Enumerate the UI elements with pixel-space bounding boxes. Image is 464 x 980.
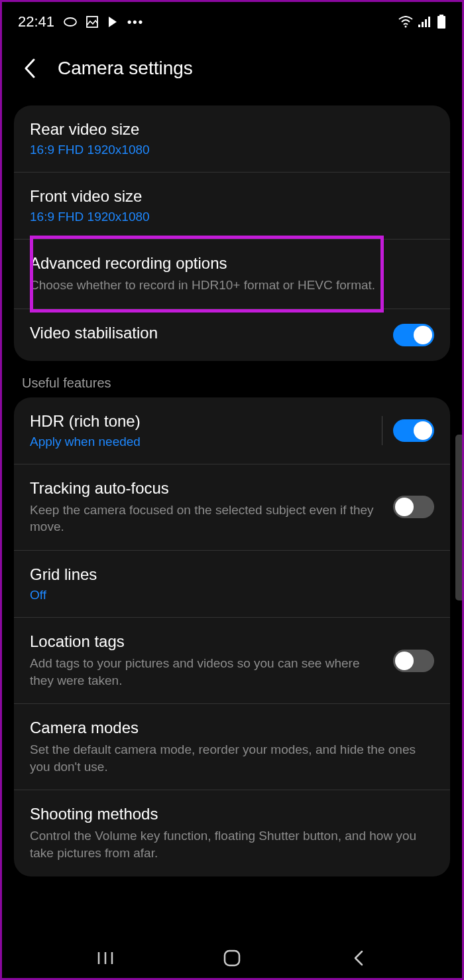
scroll-indicator[interactable] <box>455 435 462 600</box>
settings-group-useful-features: HDR (rich tone) Apply when needed Tracki… <box>14 397 450 876</box>
svg-marker-2 <box>109 17 117 27</box>
setting-title: HDR (rich tone) <box>30 412 371 431</box>
setting-title: Front video size <box>30 187 434 206</box>
nav-recents[interactable] <box>86 945 125 971</box>
toggle-video-stabilisation[interactable] <box>393 324 434 346</box>
setting-video-stabilisation[interactable]: Video stabilisation <box>14 309 450 361</box>
setting-title: Shooting methods <box>30 805 434 823</box>
header: Camera settings <box>2 42 462 105</box>
svg-rect-13 <box>225 951 239 965</box>
setting-camera-modes[interactable]: Camera modes Set the default camera mode… <box>14 704 450 790</box>
nav-home[interactable] <box>212 945 252 971</box>
setting-title: Location tags <box>30 632 382 651</box>
page-title: Camera settings <box>58 58 193 79</box>
setting-location-tags[interactable]: Location tags Add tags to your pictures … <box>14 618 450 704</box>
svg-rect-4 <box>418 25 420 27</box>
wifi-icon <box>398 16 413 28</box>
message-icon <box>64 17 77 27</box>
image-icon <box>86 16 98 28</box>
nav-back[interactable] <box>339 945 378 971</box>
setting-shooting-methods[interactable]: Shooting methods Control the Volume key … <box>14 790 450 876</box>
setting-value: 16:9 FHD 1920x1080 <box>30 143 434 157</box>
setting-title: Rear video size <box>30 120 434 139</box>
setting-tracking-auto-focus[interactable]: Tracking auto-focus Keep the camera focu… <box>14 464 450 551</box>
section-title-useful-features: Useful features <box>22 376 442 391</box>
setting-desc: Add tags to your pictures and videos so … <box>30 655 382 689</box>
signal-icon <box>418 17 432 27</box>
vertical-divider <box>382 416 382 445</box>
setting-value: Apply when needed <box>30 435 371 449</box>
setting-rear-video-size[interactable]: Rear video size 16:9 FHD 1920x1080 <box>14 105 450 173</box>
setting-desc: Control the Volume key function, floatin… <box>30 827 434 861</box>
setting-value: 16:9 FHD 1920x1080 <box>30 210 434 224</box>
setting-front-video-size[interactable]: Front video size 16:9 FHD 1920x1080 <box>14 173 450 240</box>
status-time: 22:41 <box>18 13 54 31</box>
setting-value: Off <box>30 588 434 602</box>
svg-rect-6 <box>425 19 427 27</box>
svg-point-3 <box>405 26 407 28</box>
svg-rect-7 <box>428 17 430 27</box>
setting-title: Video stabilisation <box>30 324 382 342</box>
svg-rect-8 <box>439 15 443 16</box>
setting-desc: Keep the camera focused on the selected … <box>30 502 382 535</box>
toggle-hdr[interactable] <box>393 419 434 442</box>
setting-desc: Set the default camera mode, reorder you… <box>30 741 434 775</box>
setting-advanced-recording[interactable]: Advanced recording options Choose whethe… <box>14 240 450 309</box>
setting-title: Camera modes <box>30 719 434 737</box>
battery-icon <box>437 15 446 29</box>
play-icon <box>107 16 118 28</box>
toggle-location-tags[interactable] <box>393 650 434 672</box>
back-button[interactable] <box>21 59 39 78</box>
nav-bar <box>2 938 462 978</box>
svg-rect-9 <box>437 16 445 29</box>
svg-rect-5 <box>422 22 424 27</box>
settings-group-video: Rear video size 16:9 FHD 1920x1080 Front… <box>14 105 450 361</box>
toggle-tracking-auto-focus[interactable] <box>393 496 434 518</box>
setting-grid-lines[interactable]: Grid lines Off <box>14 551 450 618</box>
setting-title: Grid lines <box>30 565 434 584</box>
status-bar: 22:41 ••• <box>2 2 462 42</box>
setting-title: Tracking auto-focus <box>30 479 382 498</box>
setting-hdr[interactable]: HDR (rich tone) Apply when needed <box>14 397 450 464</box>
setting-desc: Choose whether to record in HDR10+ forma… <box>30 277 434 294</box>
setting-title: Advanced recording options <box>30 254 434 273</box>
more-icon: ••• <box>127 15 144 29</box>
svg-point-0 <box>64 18 76 26</box>
